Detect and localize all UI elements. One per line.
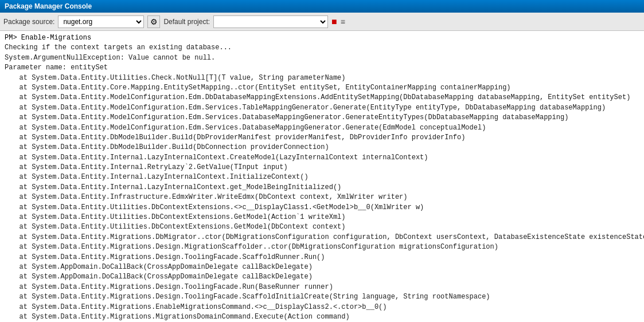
console-line: at System.Data.Entity.ModelConfiguration…: [5, 123, 639, 133]
console-line: at System.Data.Entity.Migrations.Design.…: [5, 242, 639, 252]
console-line: at System.AppDomain.DoCallBack(CrossAppD…: [5, 272, 639, 282]
console-line: PM> Enable-Migrations: [5, 33, 639, 43]
console-line: at System.Data.Entity.ModelConfiguration…: [5, 93, 639, 103]
console-line: at System.Data.Entity.Infrastructure.Edm…: [5, 193, 639, 202]
clear-icon: ≡: [341, 17, 345, 26]
clear-button[interactable]: ≡: [341, 17, 345, 26]
source-label: Package source:: [3, 18, 54, 26]
console-line: Parameter name: entitySet: [5, 63, 639, 73]
stop-icon: ■: [331, 17, 337, 26]
package-source-select[interactable]: nuget.org: [58, 15, 144, 28]
console-line: at System.Data.Entity.Utilities.Check.No…: [5, 73, 639, 83]
default-project-select[interactable]: [213, 15, 328, 28]
console-line: at System.Data.Entity.Utilities.DbContex…: [5, 222, 639, 232]
title-label: Package Manager Console: [5, 2, 92, 10]
console-line: Checking if the context targets an exist…: [5, 43, 639, 53]
console-line: at System.Data.Entity.Internal.LazyInter…: [5, 172, 639, 182]
console-line: at System.Data.Entity.DbModelBuilder.Bui…: [5, 143, 639, 152]
console-line: at System.Data.Entity.Core.Mapping.Entit…: [5, 83, 639, 93]
stop-button[interactable]: ■: [331, 17, 337, 27]
gear-button[interactable]: ⚙: [147, 15, 160, 28]
console-line: at System.Data.Entity.Migrations.Design.…: [5, 253, 639, 262]
console-line: at System.Data.Entity.Utilities.DbContex…: [5, 213, 639, 222]
console-area[interactable]: PM> Enable-MigrationsChecking if the con…: [0, 31, 644, 322]
console-line: at System.Data.Entity.Migrations.Design.…: [5, 292, 639, 302]
toolbar: Package source: nuget.org ⚙ Default proj…: [0, 13, 644, 31]
console-line: at System.Data.Entity.Migrations.EnableM…: [5, 303, 639, 312]
gear-icon: ⚙: [150, 17, 158, 26]
console-line: at System.Data.Entity.ModelConfiguration…: [5, 103, 639, 113]
console-line: at System.Data.Entity.Internal.LazyInter…: [5, 153, 639, 163]
console-line: at System.Data.Entity.Internal.LazyInter…: [5, 183, 639, 193]
default-project-label: Default project:: [163, 18, 210, 26]
console-line: at System.Data.Entity.DbModelBuilder.Bui…: [5, 133, 639, 143]
console-line: at System.Data.Entity.Migrations.Design.…: [5, 282, 639, 292]
console-line: at System.Data.Entity.Internal.RetryLazy…: [5, 163, 639, 172]
console-line: at System.Data.Entity.Migrations.DbMigra…: [5, 233, 639, 242]
title-bar: Package Manager Console: [0, 0, 644, 13]
console-line: at System.AppDomain.DoCallBack(CrossAppD…: [5, 262, 639, 272]
console-line: at System.Data.Entity.Migrations.Migrati…: [5, 312, 639, 322]
console-line: System.ArgumentNullException: Value cann…: [5, 53, 639, 63]
console-line: at System.Data.Entity.ModelConfiguration…: [5, 113, 639, 123]
console-line: at System.Data.Entity.Utilities.DbContex…: [5, 203, 639, 213]
